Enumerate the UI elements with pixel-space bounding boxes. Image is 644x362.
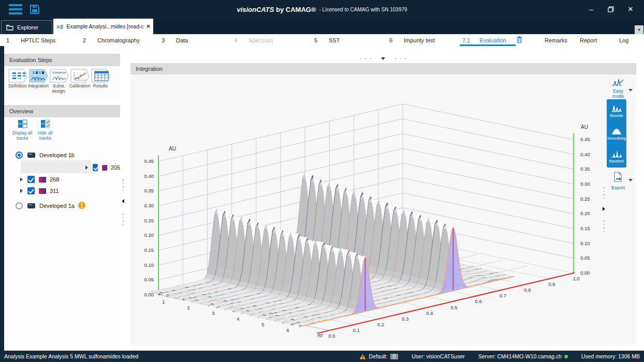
hide-all-tracks-button[interactable]: Hide all tracks <box>34 119 56 141</box>
status-message: Analysis Example Analysis 5 MWL sulfonam… <box>4 351 138 362</box>
svg-text:0.15: 0.15 <box>144 247 154 253</box>
tree-row-205[interactable]: 205 <box>4 162 120 173</box>
tab-close-icon[interactable]: × <box>147 23 150 30</box>
easy-mode-button[interactable]: Easy mode <box>607 78 630 99</box>
svg-text:3: 3 <box>212 310 214 316</box>
export-button[interactable]: Export <box>607 172 630 190</box>
waterfall-3d-plot[interactable]: 0.000.000.050.050.100.100.150.150.200.20… <box>130 74 603 345</box>
integration-tools-group: BoundsSmoothingBaseline <box>607 99 626 168</box>
svg-text:5: 5 <box>261 322 264 327</box>
smoothing-button[interactable]: Smoothing <box>607 122 626 145</box>
svg-text:1: 1 <box>162 299 165 305</box>
chart-toolbar: Easy mode BoundsSmoothingBaseline Export <box>603 74 636 345</box>
tab-document-active[interactable]: A Example Analysi...mides [read-only] × <box>53 19 153 34</box>
svg-text:0.10: 0.10 <box>580 240 590 246</box>
eval-step-definition[interactable] <box>7 69 29 83</box>
step-item-log[interactable]: Log <box>619 34 628 46</box>
step-item-impurity-test[interactable]: 6Impurity test <box>389 34 435 46</box>
wavelength-checkbox[interactable] <box>93 164 98 171</box>
eval-step-calibration[interactable] <box>69 69 91 83</box>
overview-panel: Display all tracksHide all tracksDevelop… <box>4 117 120 348</box>
svg-text:0.7: 0.7 <box>500 293 506 298</box>
eval-step-results[interactable] <box>90 69 112 83</box>
wavelength-checkbox[interactable] <box>27 187 35 194</box>
minimize-button[interactable]: – <box>584 0 598 19</box>
step-label: Data <box>176 37 188 43</box>
bounds-button[interactable]: Bounds <box>607 99 626 122</box>
step-label: Impurity test <box>404 37 435 43</box>
export-dropdown-icon[interactable] <box>628 179 633 182</box>
step-item-remarks[interactable]: Remarks <box>545 34 567 46</box>
step-item-hptlc-steps[interactable]: 1HPTLC Steps <box>6 34 55 46</box>
plate-icon <box>27 203 35 208</box>
step-item-data[interactable]: 3Data <box>162 34 188 46</box>
expand-arrow-icon[interactable] <box>85 165 88 170</box>
baseline-button[interactable]: Baseline <box>607 145 626 168</box>
svg-text:0.0: 0.0 <box>328 333 335 339</box>
eval-step-subst-assign-[interactable]: Substance <box>49 69 70 83</box>
main-content: Evaluation Steps DefinitionIntegrationSu… <box>0 46 644 351</box>
step-item-sst[interactable]: 5SST <box>314 34 340 46</box>
tab-explorer[interactable]: Explorer <box>1 20 52 34</box>
expand-arrow-icon[interactable] <box>20 177 23 182</box>
trash-icon[interactable] <box>516 36 522 44</box>
restore-button[interactable] <box>604 0 618 19</box>
plate-icon <box>27 153 35 158</box>
wavelength-checkbox[interactable] <box>27 176 35 183</box>
easy-mode-dropdown-icon[interactable] <box>628 89 633 92</box>
wavelength-color-swatch <box>102 165 107 171</box>
svg-text:0.25: 0.25 <box>580 196 590 202</box>
svg-text:0.30: 0.30 <box>144 203 154 208</box>
integration-panel-header: Integration <box>130 63 636 74</box>
svg-text:0.00: 0.00 <box>144 292 154 297</box>
svg-text:0.10: 0.10 <box>144 262 154 268</box>
step-number: 1 <box>6 37 11 43</box>
tree-row-311[interactable]: 311 <box>4 185 120 197</box>
tab-bar: Explorer A Example Analysi...mides [read… <box>0 19 644 34</box>
step-number: 5 <box>314 37 319 43</box>
svg-text:0.00: 0.00 <box>580 270 590 276</box>
svg-text:0.9: 0.9 <box>548 281 555 287</box>
left-splitter-dots[interactable] <box>122 179 124 191</box>
radio-unselected[interactable] <box>16 202 23 209</box>
svg-text:2: 2 <box>187 305 189 310</box>
svg-text:AU: AU <box>581 124 588 130</box>
step-label: Evaluation <box>479 37 506 43</box>
left-splitter-dots2[interactable] <box>122 214 124 225</box>
warning-icon <box>359 354 366 359</box>
svg-text:0.30: 0.30 <box>580 181 590 187</box>
tab-list-dropdown[interactable]: ▼ <box>635 25 643 34</box>
svg-text:0.4: 0.4 <box>426 310 433 316</box>
top-splitter-handle[interactable] <box>339 55 427 62</box>
status-default[interactable]: Default: 0 <box>359 353 398 359</box>
expand-arrow-icon[interactable] <box>20 189 23 193</box>
eval-step-integration[interactable] <box>28 69 50 83</box>
display-all-tracks-button[interactable]: Display all tracks <box>11 119 33 141</box>
step-item-spectrum[interactable]: 4Spectrum <box>234 34 273 46</box>
svg-text:Rf: Rf <box>317 333 323 338</box>
status-default-badge: 0 <box>390 354 399 359</box>
svg-text:AU: AU <box>169 146 176 152</box>
workflow-step-bar: 1HPTLC Steps2Chromatography3Data4Spectru… <box>0 34 644 46</box>
overview-header: Overview <box>4 105 120 117</box>
tree-label: 205 <box>111 164 120 171</box>
svg-text:0.45: 0.45 <box>144 158 154 164</box>
svg-text:1.0: 1.0 <box>573 276 579 281</box>
menu-hamburger-icon[interactable] <box>9 4 22 14</box>
evaluation-steps-header: Evaluation Steps <box>4 54 120 66</box>
close-button[interactable]: × <box>623 0 638 19</box>
step-item-chromatography[interactable]: 2Chromatography <box>83 34 140 46</box>
tree-row-developed-1b[interactable]: Developed 1b <box>4 149 120 161</box>
svg-text:0.15: 0.15 <box>580 225 590 231</box>
svg-text:0.35: 0.35 <box>580 166 590 172</box>
svg-text:0.40: 0.40 <box>144 173 154 179</box>
save-icon[interactable] <box>29 4 40 15</box>
left-splitter-collapse[interactable] <box>122 199 124 203</box>
integration-panel-body: 0.000.000.050.050.100.100.150.150.200.20… <box>130 74 636 345</box>
tree-row-268[interactable]: 268 <box>4 174 120 185</box>
tree-row-developed-1a[interactable]: Developed 1a <box>4 200 120 212</box>
eval-step-label: Results <box>89 84 112 89</box>
export-label: Export <box>607 185 630 190</box>
radio-selected[interactable] <box>16 152 23 159</box>
step-item-report[interactable]: Report <box>580 34 597 46</box>
